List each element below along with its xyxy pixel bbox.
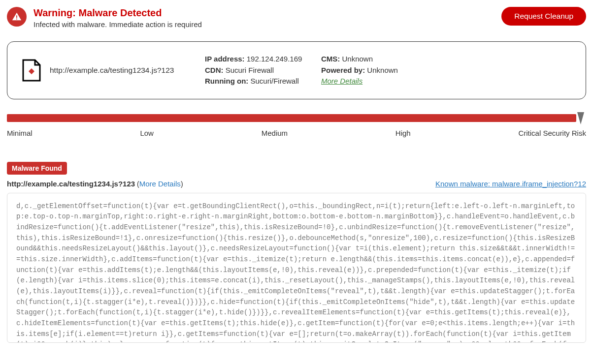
warning-icon xyxy=(7,7,27,27)
svg-rect-1 xyxy=(16,19,17,20)
ip-row: IP address: 192.124.249.169 xyxy=(205,54,313,65)
risk-label-medium: Medium xyxy=(262,129,288,137)
ip-label: IP address: xyxy=(205,55,245,63)
malware-code-sample: d,c._getElementOffset=function(t){var e=… xyxy=(7,193,586,343)
risk-labels: Minimal Low Medium High Critical Securit… xyxy=(7,129,586,137)
site-info-card: http://example.ca/testing1234.js?123 IP … xyxy=(7,41,586,99)
running-on-value: Sucuri/Firewall xyxy=(250,77,298,85)
details-column-1: IP address: 192.124.249.169 CDN: Sucuri … xyxy=(205,54,313,87)
warning-subtitle: Infected with malware. Immediate action … xyxy=(33,20,202,29)
malware-finding-section: Malware Found http://example.ca/testing1… xyxy=(7,162,586,343)
more-details-link[interactable]: More Details xyxy=(321,77,362,85)
known-malware-link[interactable]: Known malware: malware.iframe_injection?… xyxy=(307,180,586,188)
running-on-row: Running on: Sucuri/Firewall xyxy=(205,76,313,87)
finding-more-details-link[interactable]: More Details xyxy=(139,180,181,188)
risk-label-low: Low xyxy=(140,129,154,137)
cms-row: CMS: Unknown xyxy=(321,54,571,65)
ip-value: 192.124.249.169 xyxy=(247,55,302,63)
risk-indicator-icon xyxy=(577,112,584,124)
warning-left: Warning: Malware Detected Infected with … xyxy=(7,7,202,29)
warning-header: Warning: Malware Detected Infected with … xyxy=(7,7,586,29)
url-column: http://example.ca/testing1234.js?123 xyxy=(22,59,197,82)
finding-url: http://example.ca/testing1234.js?123 xyxy=(7,180,135,188)
risk-meter: Minimal Low Medium High Critical Securit… xyxy=(7,114,586,137)
warning-text-block: Warning: Malware Detected Infected with … xyxy=(33,7,202,29)
cdn-row: CDN: Sucuri Firewall xyxy=(205,65,313,76)
svg-rect-0 xyxy=(16,15,17,18)
finding-row: http://example.ca/testing1234.js?123 (Mo… xyxy=(7,180,586,188)
details-column-2: CMS: Unknown Powered by: Unknown More De… xyxy=(321,54,571,87)
document-malware-icon xyxy=(22,59,41,82)
more-details-row: More Details xyxy=(321,76,571,87)
risk-bar-fill xyxy=(7,114,576,122)
malware-found-badge: Malware Found xyxy=(7,162,67,175)
powered-by-label: Powered by: xyxy=(321,66,365,74)
risk-label-minimal: Minimal xyxy=(7,129,33,137)
request-cleanup-button[interactable]: Request Cleanup xyxy=(501,7,586,26)
risk-label-critical: Critical Security Risk xyxy=(518,129,586,137)
running-on-label: Running on: xyxy=(205,77,248,85)
risk-label-high: High xyxy=(395,129,411,137)
cms-label: CMS: xyxy=(321,55,340,63)
cms-value: Unknown xyxy=(342,55,373,63)
risk-bar-wrap xyxy=(7,114,586,125)
powered-by-row: Powered by: Unknown xyxy=(321,65,571,76)
cdn-label: CDN: xyxy=(205,66,224,74)
site-url: http://example.ca/testing1234.js?123 xyxy=(50,66,174,75)
finding-more-details-wrap: (More Details) xyxy=(135,180,183,188)
warning-title: Warning: Malware Detected xyxy=(33,7,202,19)
cdn-value: Sucuri Firewall xyxy=(226,66,274,74)
powered-by-value: Unknown xyxy=(367,66,398,74)
